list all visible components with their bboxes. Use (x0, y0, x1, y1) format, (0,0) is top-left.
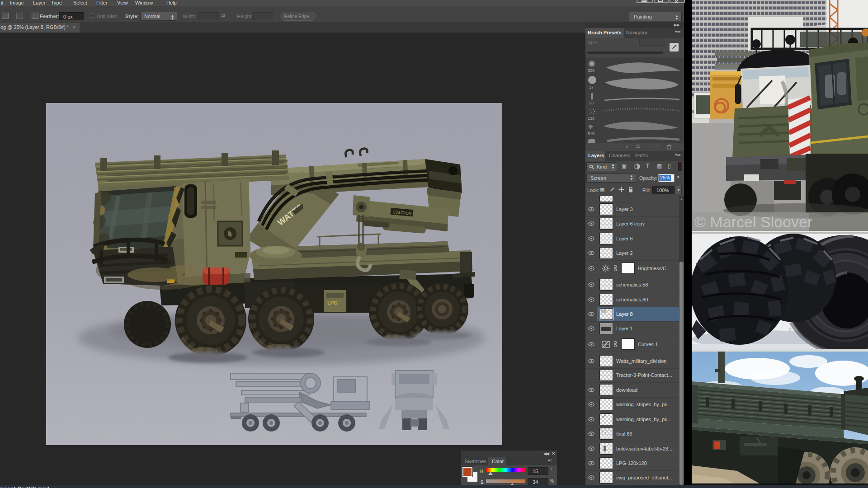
svg-text:LPG: LPG (327, 300, 338, 305)
svg-text:© Marcel Sloover: © Marcel Sloover (694, 213, 812, 230)
